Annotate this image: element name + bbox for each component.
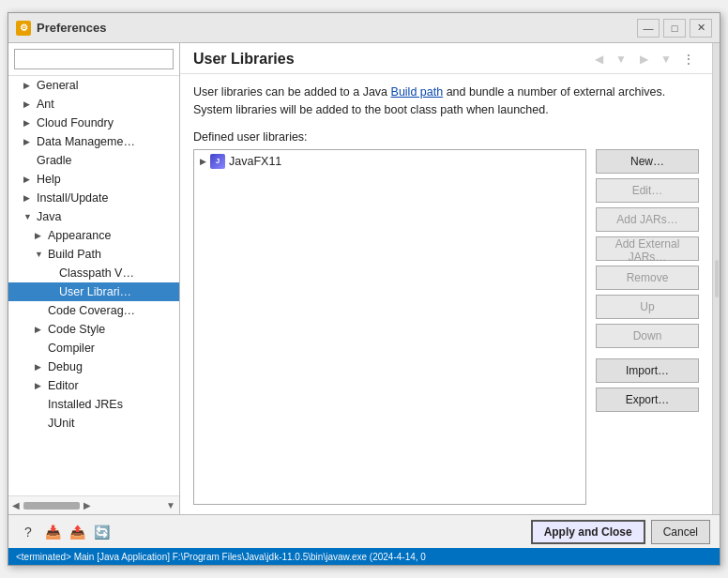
forward-button[interactable]: ▶ <box>633 51 654 68</box>
sidebar-item-label: General <box>37 79 78 92</box>
panel-title: User Libraries <box>193 51 295 68</box>
add-external-jars-button[interactable]: Add External JARs… <box>596 236 699 261</box>
sidebar-item-gradle[interactable]: ▶ Gradle <box>8 151 179 170</box>
libraries-container: ▶ J JavaFX11 New… Edit… Add JARs… Add Ex… <box>180 149 712 515</box>
close-button[interactable]: ✕ <box>690 19 712 38</box>
sidebar-item-label: Ant <box>37 98 54 111</box>
content-area: ▶ General ▶ Ant ▶ Cloud Foundry ▶ Data M… <box>8 43 720 514</box>
sidebar-item-label: Classpath V… <box>59 266 134 280</box>
expand-arrow: ▶ <box>35 381 46 390</box>
edit-button[interactable]: Edit… <box>596 178 699 203</box>
export-preferences-button[interactable]: 📤 <box>67 522 87 542</box>
sidebar-item-install-update[interactable]: ▶ Install/Update <box>8 189 179 207</box>
preferences-window: ⚙ Preferences — □ ✕ ▶ General ▶ Ant <box>8 12 720 566</box>
library-item-javafx11[interactable]: ▶ J JavaFX11 <box>194 150 585 173</box>
description-text: User libraries can be added to a Java Bu… <box>180 74 712 127</box>
remove-button[interactable]: Remove <box>596 266 699 290</box>
sidebar-item-editor[interactable]: ▶ Editor <box>8 376 179 395</box>
sidebar-item-installed-jres[interactable]: ▶ Installed JREs <box>8 395 179 414</box>
window-title: Preferences <box>37 21 637 35</box>
sidebar-item-label: Debug <box>48 360 83 373</box>
sidebar-item-label: Help <box>37 173 61 186</box>
expand-arrow: ▶ <box>23 81 35 90</box>
sidebar-item-label: Install/Update <box>37 191 108 205</box>
javafx-icon: J <box>210 154 225 169</box>
minimize-button[interactable]: — <box>637 19 660 38</box>
libraries-list[interactable]: ▶ J JavaFX11 <box>193 149 586 506</box>
app-icon: ⚙ <box>16 21 31 36</box>
tree-area: ▶ General ▶ Ant ▶ Cloud Foundry ▶ Data M… <box>8 76 179 495</box>
sidebar-item-label: Code Coverag… <box>48 304 135 317</box>
search-input[interactable] <box>14 49 174 69</box>
scroll-right-icon[interactable]: ▶ <box>83 500 91 510</box>
sidebar-item-compiler[interactable]: ▶ Compiler <box>8 339 179 357</box>
up-button[interactable]: Up <box>596 295 699 319</box>
sidebar-item-label: Data Manageme… <box>37 135 135 148</box>
bottom-icons: ? 📥 📤 🔄 <box>18 522 527 542</box>
sidebar-item-code-style[interactable]: ▶ Code Style <box>8 320 179 339</box>
expand-arrow: ▼ <box>23 212 35 221</box>
sidebar-item-label: Installed JREs <box>48 398 123 411</box>
library-label: JavaFX11 <box>229 155 281 168</box>
panel-header: User Libraries ◀ ▼ ▶ ▼ ⋮ <box>180 43 712 74</box>
sidebar-item-java[interactable]: ▼ Java <box>8 207 179 226</box>
sidebar-item-build-path[interactable]: ▼ Build Path <box>8 245 179 264</box>
sidebar-item-label: Java <box>37 210 61 223</box>
resize-grip <box>715 260 719 297</box>
export-button[interactable]: Export… <box>596 388 699 412</box>
sidebar-item-general[interactable]: ▶ General <box>8 76 179 95</box>
apply-close-button[interactable]: Apply and Close <box>531 520 645 544</box>
maximize-button[interactable]: □ <box>663 19 686 38</box>
expand-arrow: ▼ <box>35 250 46 259</box>
scroll-left-icon[interactable]: ◀ <box>12 500 20 510</box>
expand-arrow: ▶ <box>35 231 46 240</box>
sidebar-item-ant[interactable]: ▶ Ant <box>8 95 179 114</box>
sidebar-item-label: Build Path <box>48 248 101 261</box>
sidebar-scroll-bar: ◀ ▶ ▼ <box>8 495 179 514</box>
new-button[interactable]: New… <box>596 149 699 174</box>
sidebar: ▶ General ▶ Ant ▶ Cloud Foundry ▶ Data M… <box>8 43 180 514</box>
restore-defaults-button[interactable]: 📥 <box>42 522 63 542</box>
status-text: <terminated> Main [Java Application] F:\… <box>16 552 712 562</box>
forward-dropdown-button[interactable]: ▼ <box>656 51 676 68</box>
scroll-down-icon[interactable]: ▼ <box>166 500 175 510</box>
sidebar-item-label: User Librari… <box>59 285 131 298</box>
add-jars-button[interactable]: Add JARs… <box>596 207 699 232</box>
sidebar-item-appearance[interactable]: ▶ Appearance <box>8 226 179 245</box>
sidebar-item-label: Editor <box>48 379 79 392</box>
sidebar-item-label: Compiler <box>48 342 95 355</box>
sidebar-item-label: Cloud Foundry <box>37 116 114 129</box>
cancel-button[interactable]: Cancel <box>651 520 710 544</box>
sidebar-item-code-coverage[interactable]: ▶ Code Coverag… <box>8 301 179 320</box>
scroll-thumb <box>23 502 80 510</box>
sidebar-item-debug[interactable]: ▶ Debug <box>8 357 179 376</box>
import-preferences-button[interactable]: 🔄 <box>91 522 112 542</box>
expand-arrow: ▶ <box>23 118 35 128</box>
help-button[interactable]: ? <box>18 522 38 542</box>
sidebar-item-data-management[interactable]: ▶ Data Manageme… <box>8 132 179 151</box>
title-bar: ⚙ Preferences — □ ✕ <box>8 13 720 43</box>
back-button[interactable]: ◀ <box>588 51 609 68</box>
sidebar-item-classpath-variables[interactable]: ▶ Classpath V… <box>8 264 179 282</box>
expand-arrow: ▶ <box>23 193 35 203</box>
right-resize-handle <box>712 43 720 514</box>
expand-arrow: ▶ <box>35 325 46 334</box>
sidebar-item-junit[interactable]: ▶ JUnit <box>8 414 179 433</box>
sidebar-item-cloud-foundry[interactable]: ▶ Cloud Foundry <box>8 114 179 132</box>
back-dropdown-button[interactable]: ▼ <box>611 51 631 68</box>
import-button[interactable]: Import… <box>596 358 699 383</box>
buttons-panel: New… Edit… Add JARs… Add External JARs… … <box>596 149 699 506</box>
sidebar-item-user-libraries[interactable]: ▶ User Librari… <box>8 282 179 301</box>
sidebar-item-help[interactable]: ▶ Help <box>8 170 179 189</box>
expand-arrow: ▶ <box>23 137 35 146</box>
lib-expand-arrow: ▶ <box>200 157 206 166</box>
search-box <box>8 43 179 76</box>
build-path-link[interactable]: Build path <box>391 85 444 99</box>
status-bar: <terminated> Main [Java Application] F:\… <box>8 548 720 565</box>
sidebar-item-label: Code Style <box>48 323 105 336</box>
down-button[interactable]: Down <box>596 324 699 348</box>
main-panel: User Libraries ◀ ▼ ▶ ▼ ⋮ User libraries … <box>180 43 712 514</box>
more-options-button[interactable]: ⋮ <box>678 51 699 68</box>
defined-label: Defined user libraries: <box>180 127 712 149</box>
expand-arrow: ▶ <box>23 175 35 184</box>
